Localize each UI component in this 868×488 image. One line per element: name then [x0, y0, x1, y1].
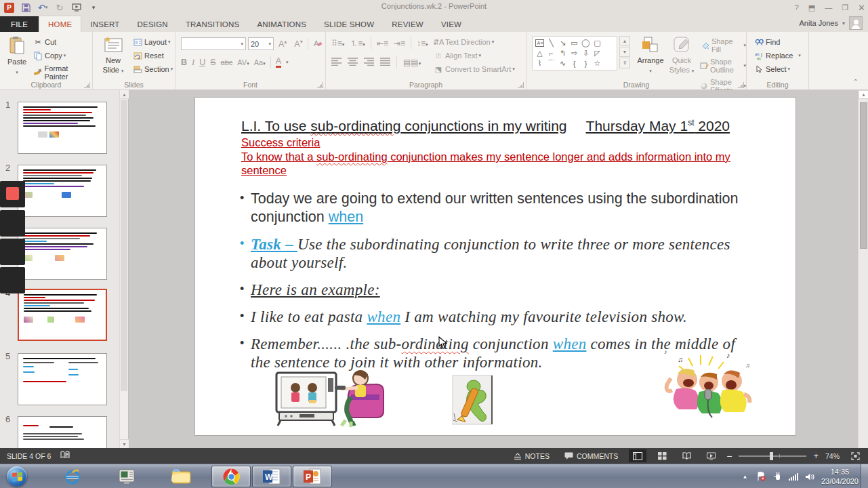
tab-transitions[interactable]: TRANSITIONS: [177, 16, 249, 32]
right-arrow-shape-icon[interactable]: ⇨: [569, 48, 580, 58]
slide-thumbnail-1[interactable]: [18, 102, 107, 154]
tab-design[interactable]: DESIGN: [129, 16, 177, 32]
slide-canvas[interactable]: L.I. To use sub-ordinating conjunctions …: [194, 97, 796, 436]
elbow-connector-icon[interactable]: ⌐: [545, 48, 557, 58]
slide-thumbnail-4-selected[interactable]: [18, 289, 107, 341]
tab-home[interactable]: HOME: [39, 16, 81, 32]
scribble-shape-icon[interactable]: ⌇: [534, 58, 545, 68]
network-signal-icon[interactable]: [789, 472, 799, 482]
taskbar-internet-explorer[interactable]: [53, 466, 92, 487]
taskbar-media-app[interactable]: [107, 466, 146, 487]
italic-button[interactable]: I: [192, 58, 194, 68]
oval-shape-icon[interactable]: ◯: [580, 38, 592, 48]
tab-review[interactable]: REVIEW: [383, 16, 432, 32]
slide-thumbnail-2[interactable]: [18, 165, 107, 217]
arc-shape-icon[interactable]: ⌒: [545, 58, 557, 68]
find-button[interactable]: Find: [753, 37, 801, 47]
shapes-scroll-up-button[interactable]: ▲: [619, 36, 630, 46]
tab-slide-show[interactable]: SLIDE SHOW: [315, 16, 383, 32]
clock[interactable]: 14:35 23/04/2020: [821, 467, 859, 487]
increase-font-size-button[interactable]: A▴: [276, 38, 289, 49]
arrow-shape-icon[interactable]: ↘: [557, 38, 569, 48]
font-size-combobox[interactable]: 20▾: [248, 37, 274, 50]
editor-scrollbar[interactable]: ▲: [858, 90, 868, 448]
bullets-button[interactable]: ⠿≡▾: [331, 39, 344, 48]
line-shape-icon[interactable]: ╲: [545, 38, 557, 48]
character-spacing-button[interactable]: AV▾: [237, 58, 249, 66]
normal-view-button[interactable]: [629, 449, 646, 462]
elbow-arrow-connector-icon[interactable]: ↰: [557, 48, 569, 58]
reading-view-button[interactable]: [678, 449, 695, 462]
star-shape-icon[interactable]: ☆: [592, 58, 603, 68]
down-arrow-shape-icon[interactable]: ⇩: [580, 48, 592, 58]
zoom-in-button[interactable]: +: [813, 451, 819, 461]
start-button[interactable]: [7, 466, 27, 487]
triangle-shape-icon[interactable]: △: [534, 48, 545, 58]
section-button[interactable]: Section▾: [132, 64, 173, 74]
slide-thumbnail-3[interactable]: [18, 228, 107, 280]
zoom-level[interactable]: 74%: [825, 452, 840, 460]
replace-button[interactable]: abacReplace ▾: [753, 51, 801, 60]
rounded-rectangle-shape-icon[interactable]: ▢: [592, 38, 603, 48]
user-dropdown-icon[interactable]: ▾: [842, 20, 845, 26]
paste-button[interactable]: Paste▾: [5, 36, 28, 77]
layout-button[interactable]: Layout▾: [132, 37, 173, 47]
scroll-up-icon[interactable]: ▲: [120, 90, 129, 99]
cut-button[interactable]: ✂Cut: [33, 37, 92, 47]
avatar[interactable]: [849, 16, 863, 30]
align-right-button[interactable]: [364, 56, 374, 68]
collapse-ribbon-icon[interactable]: ⌃: [853, 78, 859, 85]
align-center-button[interactable]: [348, 56, 358, 68]
underline-button[interactable]: U: [199, 58, 205, 67]
font-color-button[interactable]: A: [276, 57, 281, 68]
action-center-icon[interactable]: [756, 472, 766, 482]
decrease-indent-button[interactable]: ⇤≡: [377, 39, 388, 48]
line-spacing-button[interactable]: ↕≡▾: [417, 39, 428, 48]
shapes-more-button[interactable]: ⊽: [619, 58, 630, 68]
font-name-combobox[interactable]: ▾: [181, 37, 246, 50]
editor-scroll-thumb[interactable]: [860, 102, 867, 249]
help-icon[interactable]: ?: [795, 3, 799, 12]
notes-button[interactable]: NOTES: [510, 450, 554, 462]
fit-to-window-button[interactable]: [846, 449, 864, 462]
power-icon[interactable]: [772, 472, 783, 482]
numbering-button[interactable]: ⒈≡▾: [350, 38, 365, 49]
change-case-button[interactable]: Aa▾: [254, 58, 266, 66]
shape-fill-button[interactable]: Shape Fill▾: [700, 37, 746, 54]
quick-styles-button[interactable]: QuickStyles ▾: [666, 36, 697, 75]
hyperlink-when[interactable]: when: [367, 308, 400, 325]
convert-to-smartart-button[interactable]: ⬔Convert to SmartArt▾: [433, 64, 515, 74]
textbox-shape-icon[interactable]: A≡: [534, 38, 545, 48]
corner-shape-icon[interactable]: ◸: [592, 48, 603, 58]
spell-check-icon[interactable]: [60, 451, 70, 461]
close-icon[interactable]: ✕: [858, 3, 865, 13]
zoom-slider[interactable]: [739, 455, 806, 457]
slide-thumbnail-5[interactable]: [18, 353, 107, 405]
arrange-button[interactable]: Arrange▾: [635, 36, 666, 75]
shapes-gallery[interactable]: A≡ ╲ ↘ ▭ ◯ ▢ △ ⌐ ↰ ⇨ ⇩ ◸ ⌇ ⌒: [532, 36, 617, 70]
paragraph-dialog-launcher[interactable]: [518, 82, 524, 88]
font-dialog-launcher[interactable]: [317, 82, 323, 88]
copy-button[interactable]: Copy▾: [33, 51, 92, 60]
columns-button[interactable]: ▤▤▾: [403, 58, 421, 67]
slide-thumbnail-6[interactable]: [18, 416, 107, 448]
right-brace-shape-icon[interactable]: }: [580, 58, 592, 68]
shadow-button[interactable]: S: [210, 58, 215, 67]
drawing-dialog-launcher[interactable]: [738, 82, 744, 88]
reset-button[interactable]: Reset: [132, 51, 173, 60]
hyperlink-when[interactable]: when: [329, 209, 363, 225]
clipboard-dialog-launcher[interactable]: [84, 82, 90, 88]
align-left-button[interactable]: [331, 56, 342, 68]
tab-animations[interactable]: ANIMATIONS: [248, 16, 315, 32]
shapes-scroll-down-button[interactable]: ▼: [619, 47, 630, 57]
slide-sorter-view-button[interactable]: [653, 449, 671, 462]
thumbnail-scrollbar[interactable]: ▲ ▼: [119, 90, 128, 448]
rectangle-shape-icon[interactable]: ▭: [569, 38, 580, 48]
show-desktop-button[interactable]: [861, 464, 868, 488]
comments-button[interactable]: COMMENTS: [560, 450, 622, 462]
account-area[interactable]: Anita Jones ▾: [800, 16, 863, 30]
bold-button[interactable]: B: [181, 58, 187, 67]
new-slide-button[interactable]: NewSlide ▾: [100, 36, 127, 75]
curve-shape-icon[interactable]: ∿: [557, 58, 569, 68]
show-hidden-icons-button[interactable]: ▲: [740, 472, 750, 482]
